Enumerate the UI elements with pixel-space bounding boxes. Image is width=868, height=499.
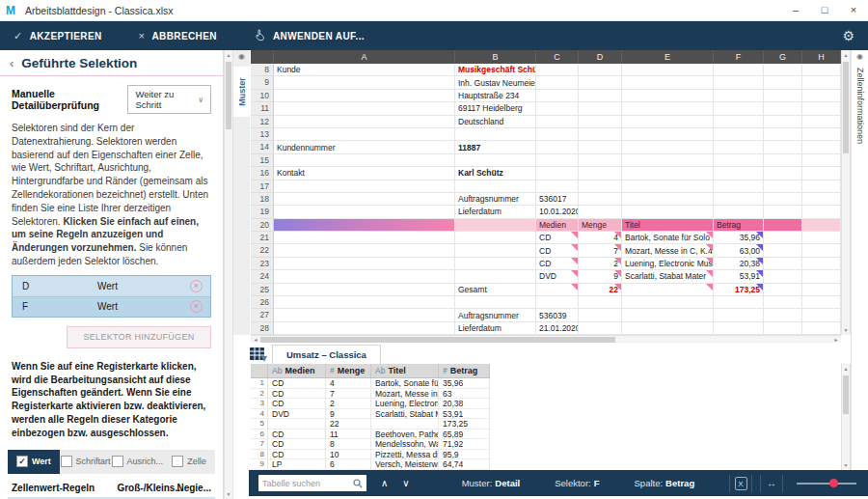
cell-H20[interactable] <box>802 219 841 232</box>
cell-E26[interactable] <box>622 296 714 309</box>
cell-D15[interactable] <box>579 154 622 167</box>
row-number-16[interactable]: 16 <box>251 167 274 180</box>
cell-A17[interactable] <box>274 180 455 193</box>
cell-F23[interactable]: 20,38 <box>714 258 764 270</box>
cell-H17[interactable] <box>802 180 841 193</box>
cell-G25[interactable] <box>764 284 802 296</box>
preview-cell[interactable]: CD <box>268 450 326 460</box>
preview-row-8[interactable]: 8CD10Pizzetti, Messa di Re...95,9 <box>251 450 490 460</box>
cell-H11[interactable] <box>802 102 841 115</box>
cell-B14[interactable]: 11887 <box>455 141 536 153</box>
panel-scrollbar[interactable]: ▲ ▼ <box>224 50 233 499</box>
cell-C28[interactable]: 21.01.2020 <box>536 322 579 335</box>
cell-D8[interactable] <box>579 64 622 76</box>
cell-C26[interactable] <box>536 296 579 309</box>
scroll-up-icon[interactable]: ▲ <box>842 50 850 60</box>
row-number-21[interactable]: 21 <box>251 232 274 244</box>
cell-C8[interactable] <box>536 64 579 76</box>
cell-B23[interactable] <box>455 258 536 270</box>
cell-C24[interactable]: DVD <box>536 270 579 283</box>
row-number-8[interactable]: 8 <box>251 64 274 76</box>
preview-cell[interactable]: 95,9 <box>439 450 490 460</box>
cell-F8[interactable] <box>714 64 764 76</box>
table-search[interactable] <box>258 475 366 491</box>
delete-selector-icon[interactable]: × <box>190 300 203 313</box>
row-number-23[interactable]: 23 <box>251 258 274 270</box>
cell-C16[interactable] <box>536 167 579 180</box>
cell-D20[interactable]: Menge <box>579 219 622 232</box>
add-selector-button[interactable]: SELEKTOR HINZUFÜGEN <box>67 326 211 348</box>
cell-F24[interactable]: 53,91 <box>714 270 764 283</box>
row-number-20[interactable]: 20 <box>251 219 274 232</box>
scroll-down-icon[interactable]: ▼ <box>842 325 850 335</box>
cell-H12[interactable] <box>802 116 841 128</box>
cell-F21[interactable]: 35,96 <box>714 232 764 244</box>
cell-A20[interactable] <box>274 219 455 232</box>
cell-E20[interactable]: Titel <box>622 219 714 232</box>
cell-C21[interactable]: CD <box>536 232 579 244</box>
table-vertical-scrollbar[interactable]: ▲ ▼ <box>841 364 851 470</box>
cell-D25[interactable]: 22 <box>579 284 622 296</box>
scroll-thumb[interactable] <box>843 375 849 414</box>
cell-F16[interactable] <box>714 167 764 180</box>
cell-C11[interactable] <box>536 102 579 115</box>
cell-G27[interactable] <box>764 309 802 321</box>
cell-E17[interactable] <box>622 180 714 193</box>
preview-cell[interactable]: 64,74 <box>439 459 490 470</box>
cell-H28[interactable] <box>802 322 841 335</box>
cell-G11[interactable] <box>764 102 802 115</box>
preview-cell[interactable]: 11 <box>326 430 371 440</box>
preview-cell[interactable]: DVD <box>268 409 326 420</box>
cell-G20[interactable] <box>764 219 802 232</box>
cell-B8[interactable]: Musikgeschäft Schütz <box>455 64 536 76</box>
cell-D28[interactable] <box>579 322 622 335</box>
tab-ausrich[interactable]: Ausrich... <box>112 450 164 474</box>
cell-F17[interactable] <box>714 180 764 193</box>
cell-D16[interactable] <box>579 167 622 180</box>
cell-A21[interactable] <box>274 232 455 244</box>
column-width-icon[interactable]: ↔ <box>760 475 783 492</box>
cell-G12[interactable] <box>764 116 802 128</box>
cell-C17[interactable] <box>536 180 579 193</box>
cell-B16[interactable]: Karl Schütz <box>455 167 536 180</box>
preview-cell[interactable]: 53,91 <box>439 409 490 420</box>
cell-F11[interactable] <box>714 102 764 115</box>
preview-cell[interactable]: 173,25 <box>439 419 490 430</box>
preview-cell[interactable]: 7 <box>326 389 371 400</box>
cell-F26[interactable] <box>714 296 764 309</box>
cell-H9[interactable] <box>802 76 841 89</box>
preview-cell[interactable]: Beethoven, Pathetiqu... <box>371 430 439 440</box>
preview-row-7[interactable]: 7CD8Mendelssohn, War M...71,92 <box>251 439 490 450</box>
cell-F13[interactable] <box>714 128 764 141</box>
preview-cell[interactable]: Pizzetti, Messa di Re... <box>371 450 439 460</box>
preview-cell[interactable]: Versch, Meisterwerk... <box>371 459 439 470</box>
preview-cell[interactable] <box>268 419 326 430</box>
delete-selector-icon[interactable]: × <box>190 280 203 292</box>
cell-G10[interactable] <box>764 90 802 102</box>
cell-B26[interactable] <box>455 296 536 309</box>
cell-G24[interactable] <box>764 270 802 283</box>
preview-column-header-menge[interactable]: #Menge <box>326 364 371 377</box>
scroll-thumb[interactable] <box>843 62 849 153</box>
cell-B17[interactable] <box>455 180 536 193</box>
row-number-19[interactable]: 19 <box>251 206 274 218</box>
scroll-down-icon[interactable]: ▼ <box>842 460 850 470</box>
cell-G28[interactable] <box>764 322 802 335</box>
cell-G17[interactable] <box>764 180 802 193</box>
cell-E15[interactable] <box>622 154 714 167</box>
cell-H19[interactable] <box>802 206 841 218</box>
cell-A8[interactable]: Kunde <box>274 64 455 76</box>
selector-row-F[interactable]: FWert× <box>13 296 210 317</box>
preview-row-4[interactable]: 4DVD9Scarlatti, Stabat Mater53,91 <box>251 409 490 420</box>
cell-D14[interactable] <box>579 141 622 153</box>
cell-E23[interactable]: Luening, Electronic Music <box>622 258 714 270</box>
cell-E21[interactable]: Bartok, Sonate für Solo Violine <box>622 232 714 244</box>
cell-D18[interactable] <box>579 193 622 206</box>
cell-C19[interactable]: 10.01.2020 <box>536 206 579 218</box>
cell-B24[interactable] <box>455 270 536 283</box>
scroll-up-icon[interactable]: ▲ <box>225 50 232 60</box>
cell-C27[interactable]: 536039 <box>536 309 579 321</box>
cell-G15[interactable] <box>764 154 802 167</box>
gear-icon[interactable]: ⚙ <box>842 28 854 43</box>
tab-zelle[interactable]: Zelle <box>163 450 215 474</box>
